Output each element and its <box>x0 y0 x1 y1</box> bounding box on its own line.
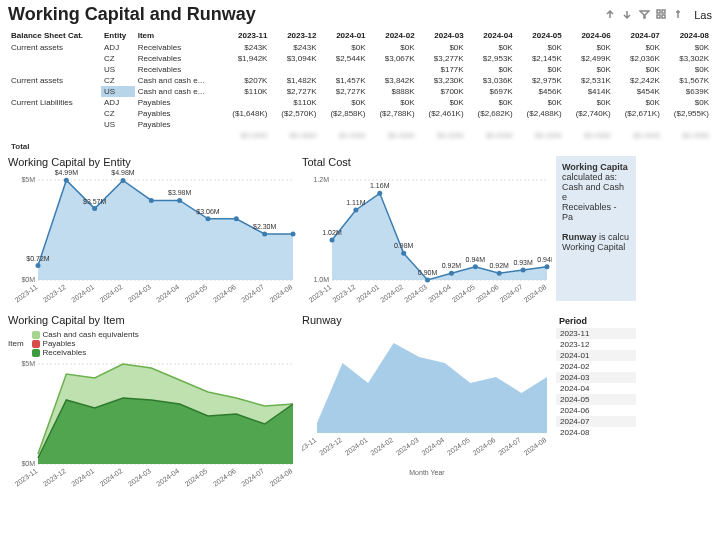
svg-point-53 <box>497 271 502 276</box>
down-arrow-icon[interactable] <box>622 9 633 20</box>
svg-text:2024-08: 2024-08 <box>523 436 548 457</box>
period-panel[interactable]: Period2023-112023-122024-012024-022024-0… <box>556 314 636 494</box>
chart-wc-item[interactable]: $0M$5M2023-112023-122024-012024-022024-0… <box>8 359 298 494</box>
svg-text:0.92M: 0.92M <box>442 262 462 269</box>
filter-icon[interactable] <box>639 9 650 20</box>
svg-text:$0M: $0M <box>21 276 35 283</box>
svg-text:$3.06M: $3.06M <box>196 208 220 215</box>
svg-text:2024-06: 2024-06 <box>212 467 237 488</box>
svg-text:2024-03: 2024-03 <box>395 436 420 457</box>
svg-text:2024-04: 2024-04 <box>420 436 445 457</box>
svg-text:0.92M: 0.92M <box>489 262 509 269</box>
svg-point-22 <box>262 232 267 237</box>
svg-point-57 <box>545 264 550 269</box>
grid-icon[interactable] <box>656 9 667 20</box>
svg-point-19 <box>206 216 211 221</box>
svg-point-51 <box>473 264 478 269</box>
svg-text:2024-07: 2024-07 <box>497 436 522 457</box>
svg-point-21 <box>234 216 239 221</box>
svg-text:1.0M: 1.0M <box>313 276 329 283</box>
svg-text:$4.99M: $4.99M <box>55 170 79 176</box>
svg-point-45 <box>401 251 406 256</box>
svg-text:0.93M: 0.93M <box>513 259 533 266</box>
svg-point-8 <box>36 263 41 268</box>
svg-point-49 <box>449 271 454 276</box>
svg-text:2024-05: 2024-05 <box>184 283 209 304</box>
svg-text:2023-12: 2023-12 <box>331 283 356 304</box>
svg-text:1.16M: 1.16M <box>370 182 390 189</box>
svg-text:2023-11: 2023-11 <box>302 436 318 457</box>
svg-point-14 <box>121 178 126 183</box>
svg-text:$4.98M: $4.98M <box>111 170 135 176</box>
info-panel: Working Capita calculated as: Cash and C… <box>556 156 636 301</box>
pin-icon[interactable] <box>673 9 684 20</box>
svg-text:$3.98M: $3.98M <box>168 189 192 196</box>
header-icons[interactable] <box>605 9 684 20</box>
chart-title-runway: Runway <box>302 314 552 326</box>
svg-point-43 <box>377 191 382 196</box>
svg-text:2024-05: 2024-05 <box>184 467 209 488</box>
svg-text:2024-01: 2024-01 <box>355 283 380 304</box>
svg-text:2024-06: 2024-06 <box>471 436 496 457</box>
svg-text:2024-08: 2024-08 <box>269 467 294 488</box>
chart-total-cost[interactable]: 1.0M1.2M1.02M1.11M1.16M0.98M0.90M0.92M0.… <box>302 170 552 310</box>
last-label: Las <box>694 9 712 21</box>
svg-text:0.94M: 0.94M <box>466 256 486 263</box>
svg-text:$0.72M: $0.72M <box>26 255 50 262</box>
svg-text:2023-12: 2023-12 <box>42 467 67 488</box>
svg-text:2024-08: 2024-08 <box>523 283 548 304</box>
svg-text:2024-05: 2024-05 <box>446 436 471 457</box>
svg-text:2024-01: 2024-01 <box>70 467 95 488</box>
chart-title-wc-item: Working Capital by Item <box>8 314 298 326</box>
svg-text:$0M: $0M <box>21 460 35 467</box>
svg-text:2023-11: 2023-11 <box>14 467 39 488</box>
svg-text:2023-12: 2023-12 <box>42 283 67 304</box>
legend: Item Cash and cash equivalentsPayablesRe… <box>8 330 298 357</box>
up-arrow-icon[interactable] <box>605 9 616 20</box>
svg-text:2024-06: 2024-06 <box>475 283 500 304</box>
pivot-table[interactable]: Balance Sheet Cat.EntityItem2023-112023-… <box>0 29 720 154</box>
svg-text:0.90M: 0.90M <box>418 269 438 276</box>
page-title: Working Capital and Runway <box>8 4 256 25</box>
svg-point-39 <box>330 238 335 243</box>
svg-text:2024-06: 2024-06 <box>212 283 237 304</box>
svg-text:1.11M: 1.11M <box>346 199 366 206</box>
svg-text:2023-11: 2023-11 <box>14 283 39 304</box>
svg-text:$5M: $5M <box>21 176 35 183</box>
svg-rect-1 <box>662 10 665 13</box>
svg-text:1.2M: 1.2M <box>313 176 329 183</box>
svg-rect-2 <box>657 15 660 18</box>
svg-text:2024-03: 2024-03 <box>403 283 428 304</box>
chart-runway[interactable]: 2023-112023-122024-012024-022024-032024-… <box>302 328 552 478</box>
svg-text:2024-07: 2024-07 <box>240 467 265 488</box>
svg-point-24 <box>291 232 296 237</box>
chart-title-wc-entity: Working Capital by Entity <box>8 156 298 168</box>
svg-text:$2.30M: $2.30M <box>253 223 277 230</box>
svg-text:Month Year: Month Year <box>409 469 445 476</box>
svg-text:2024-03: 2024-03 <box>127 467 152 488</box>
svg-text:0.94M: 0.94M <box>537 256 552 263</box>
svg-text:2024-01: 2024-01 <box>344 436 369 457</box>
svg-text:2024-02: 2024-02 <box>99 283 124 304</box>
svg-text:$5M: $5M <box>21 360 35 367</box>
svg-text:2024-05: 2024-05 <box>451 283 476 304</box>
svg-text:2024-01: 2024-01 <box>70 283 95 304</box>
svg-text:2024-04: 2024-04 <box>155 283 180 304</box>
svg-text:2023-12: 2023-12 <box>318 436 343 457</box>
chart-wc-entity[interactable]: $0M$5M$0.72M$4.99M$3.57M$4.98M$3.98M$3.0… <box>8 170 298 310</box>
svg-rect-0 <box>657 10 660 13</box>
svg-text:2024-02: 2024-02 <box>99 467 124 488</box>
svg-text:2024-02: 2024-02 <box>369 436 394 457</box>
svg-point-41 <box>353 208 358 213</box>
svg-text:2024-04: 2024-04 <box>155 467 180 488</box>
svg-text:2024-03: 2024-03 <box>127 283 152 304</box>
chart-title-total-cost: Total Cost <box>302 156 552 168</box>
svg-point-12 <box>92 206 97 211</box>
svg-text:2024-07: 2024-07 <box>499 283 524 304</box>
svg-rect-3 <box>662 15 665 18</box>
svg-point-55 <box>521 268 526 273</box>
svg-point-16 <box>149 198 154 203</box>
svg-text:2024-02: 2024-02 <box>379 283 404 304</box>
svg-point-17 <box>177 198 182 203</box>
svg-text:2024-08: 2024-08 <box>269 283 294 304</box>
